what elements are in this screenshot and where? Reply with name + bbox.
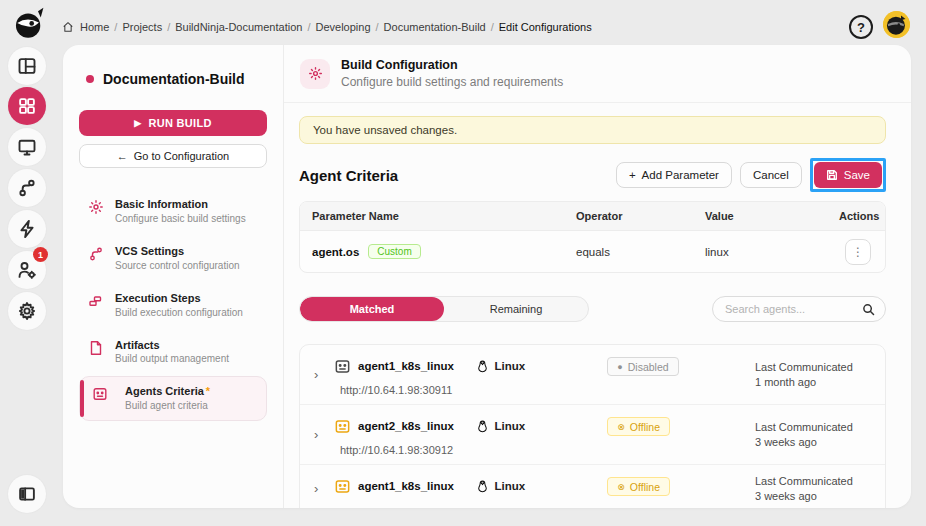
row-actions-menu-button[interactable]: ⋮: [845, 239, 871, 265]
nav-item-artifacts[interactable]: Artifacts Build output management: [79, 330, 267, 375]
breadcrumb-separator: /: [376, 21, 379, 33]
nav-item-subtitle: Build output management: [115, 352, 229, 366]
agent-url: http://10.64.1.98:30912: [340, 444, 743, 456]
projects-grid-icon[interactable]: [8, 87, 46, 125]
agents-list: › agent1_k8s_linux Linux: [299, 344, 886, 508]
search-input[interactable]: [725, 303, 862, 315]
question-icon: ?: [857, 20, 865, 35]
breadcrumb-home[interactable]: Home: [80, 21, 109, 33]
chevron-right-icon[interactable]: ›: [314, 413, 334, 456]
nav-item-subtitle: Build execution configuration: [115, 306, 243, 320]
run-build-button[interactable]: ▶ RUN BUILD: [79, 110, 267, 136]
home-icon: [62, 21, 74, 33]
disconnect-icon: ⊗: [617, 422, 625, 432]
agent-name: agent2_k8s_linux: [358, 420, 454, 432]
go-to-configuration-button[interactable]: ← Go to Configuration: [79, 144, 267, 168]
project-name: Documentation-Build: [103, 71, 245, 87]
col-operator: Operator: [576, 210, 705, 222]
agent-row[interactable]: › agent1_k8s_linux Linux: [300, 465, 885, 508]
nav-item-basic-information[interactable]: Basic Information Configure basic build …: [79, 189, 267, 234]
agent-row[interactable]: › agent2_k8s_linux Linux: [300, 405, 885, 465]
file-icon: [88, 340, 104, 356]
agent-search: [712, 296, 886, 322]
chevron-right-icon[interactable]: ›: [314, 473, 334, 504]
chevron-right-icon[interactable]: ›: [314, 353, 334, 396]
tab-remaining[interactable]: Remaining: [444, 297, 588, 321]
dashboard-icon[interactable]: [8, 47, 46, 85]
parameter-value: linux: [705, 246, 839, 258]
collapse-panel-icon[interactable]: [8, 475, 46, 513]
agent-row[interactable]: › agent1_k8s_linux Linux: [300, 345, 885, 405]
linux-icon: [476, 360, 489, 373]
add-parameter-button[interactable]: + Add Parameter: [616, 162, 732, 188]
settings-nav: Basic Information Configure basic build …: [79, 189, 267, 421]
save-icon: [826, 169, 838, 181]
nav-item-agents-criteria[interactable]: Agents Criteria* Build agent criteria: [79, 376, 267, 421]
gear-icon: [88, 199, 104, 215]
agent-os: Linux: [495, 480, 526, 492]
last-communicated: Last Communicated 3 weeks ago: [743, 473, 873, 504]
nav-item-subtitle: Build agent criteria: [125, 399, 210, 413]
parameters-table: Parameter Name Operator Value Actions ag…: [299, 201, 886, 273]
dot-icon: ●: [617, 362, 622, 372]
help-button[interactable]: ?: [849, 15, 873, 39]
parameter-operator: equals: [576, 246, 705, 258]
nav-item-execution-steps[interactable]: Execution Steps Build execution configur…: [79, 283, 267, 328]
topbar: Home / Projects / BuildNinja-Documentati…: [0, 0, 926, 45]
last-communicated: Last Communicated 3 weeks ago: [743, 413, 873, 456]
breadcrumb-separator: /: [307, 21, 310, 33]
agent-machine-icon: [334, 358, 351, 375]
settings-gear-icon[interactable]: [8, 292, 46, 330]
breadcrumb-separator: /: [167, 21, 170, 33]
nav-item-title: VCS Settings: [115, 244, 240, 259]
parameter-name: agent.os: [312, 246, 359, 258]
main-header: Build Configuration Configure build sett…: [284, 45, 911, 103]
build-sidebar: Documentation-Build ▶ RUN BUILD ← Go to …: [63, 45, 284, 508]
breadcrumb-build[interactable]: Documentation-Build: [384, 21, 486, 33]
agent-os: Linux: [495, 420, 526, 432]
last-communicated: Last Communicated 1 month ago: [743, 353, 873, 396]
agents-monitor-icon[interactable]: [8, 128, 46, 166]
breadcrumb-separator: /: [114, 21, 117, 33]
section-header-row: Agent Criteria + Add Parameter Cancel Sa…: [299, 158, 886, 192]
save-button[interactable]: Save: [814, 162, 882, 188]
breadcrumb-project[interactable]: BuildNinja-Documentation: [175, 21, 302, 33]
page-subtitle: Configure build settings and requirement…: [341, 75, 563, 89]
agents-toolbar: Matched Remaining: [299, 296, 886, 322]
nav-item-subtitle: Source control configuration: [115, 259, 240, 273]
status-badge-disabled: ● Disabled: [607, 357, 678, 376]
buildninja-logo[interactable]: [10, 5, 48, 41]
custom-tag: Custom: [368, 244, 420, 259]
play-icon: ▶: [134, 118, 141, 128]
steps-icon: [88, 293, 104, 309]
status-badge-offline: ⊗ Offline: [607, 477, 670, 496]
project-title-row: Documentation-Build: [79, 71, 267, 87]
click-highlight-ring: Save: [810, 158, 886, 192]
tab-matched[interactable]: Matched: [300, 297, 444, 321]
breadcrumb-subproject[interactable]: Developing: [315, 21, 370, 33]
linux-icon: [476, 420, 489, 433]
branch-icon: [88, 246, 104, 262]
cancel-button[interactable]: Cancel: [740, 162, 802, 188]
breadcrumb-projects[interactable]: Projects: [122, 21, 162, 33]
col-parameter-name: Parameter Name: [300, 210, 576, 222]
build-config-gear-icon: [300, 59, 330, 89]
nav-item-vcs-settings[interactable]: VCS Settings Source control configuratio…: [79, 236, 267, 281]
status-badge-offline: ⊗ Offline: [607, 417, 670, 436]
table-header-row: Parameter Name Operator Value Actions: [300, 202, 885, 231]
builds-lightning-icon[interactable]: [8, 210, 46, 248]
col-value: Value: [705, 210, 839, 222]
breadcrumb: Home / Projects / BuildNinja-Documentati…: [62, 21, 592, 33]
nav-item-title: Execution Steps: [115, 291, 243, 306]
notification-badge: 1: [33, 247, 48, 262]
vcs-branch-icon[interactable]: [8, 169, 46, 207]
main-body: You have unsaved changes. Agent Criteria…: [284, 103, 911, 508]
status-dot: [86, 75, 94, 83]
content-card: Documentation-Build ▶ RUN BUILD ← Go to …: [63, 45, 911, 508]
required-asterisk: *: [206, 385, 210, 397]
disconnect-icon: ⊗: [617, 482, 625, 492]
linux-icon: [476, 480, 489, 493]
user-avatar[interactable]: [883, 11, 910, 38]
section-title: Agent Criteria: [299, 167, 616, 184]
ninja-avatar-icon: [883, 11, 910, 38]
